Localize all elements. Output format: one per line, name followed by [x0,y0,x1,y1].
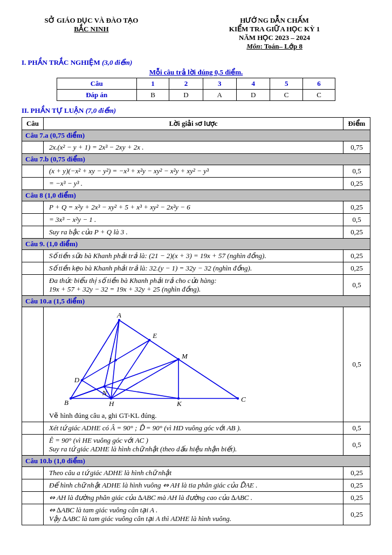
section-header-row: Câu 7.b (0,75 điểm) [22,154,370,165]
points-cell: 0,25 [343,226,370,239]
solution-row: = −x³ − y³ .0,25 [22,178,370,190]
solution-text: (x + y)(−x² + xy − y²) = −x³ + x²y − xy²… [44,165,343,178]
svg-point-22 [177,358,180,360]
solution-text: = −x³ − y³ . [44,178,343,190]
section-header-row: Câu 8 (1,0 điểm) [22,190,370,201]
svg-text:C: C [241,395,246,403]
section-header-cell: Câu 7.b (0,75 điểm) [22,154,370,165]
points-cell: 0,5 [343,275,370,296]
row-q-cell [22,422,44,435]
solution-row: Đa thức biểu thị số tiền bà Khanh phải t… [22,275,370,296]
section-header-cell: Câu 7.a (0,75 điểm) [22,130,370,141]
section2-title: II. PHẦN TỰ LUẬN [22,106,84,114]
solution-text: Đa thức biểu thị số tiền bà Khanh phải t… [44,275,343,296]
row-q-cell [22,262,44,275]
solution-text: Số tiền sữa bà Khanh phải trả là: (21 − … [44,250,343,262]
mc-ans-3: A [203,90,236,101]
title-line2: KIỂM TRA GIỮA HỌC KỲ 1 [178,25,370,33]
row-q-cell [22,504,44,525]
svg-line-13 [105,320,120,387]
solution-text: Theo câu a tứ giác ADHE là hình chữ nhật [44,467,343,479]
mc-col-5: 5 [270,78,302,90]
solution-row: Theo câu a tứ giác ADHE là hình chữ nhật… [22,467,370,479]
solution-row: Suy ra bậc của P + Q là 3 .0,25 [22,226,370,239]
solution-text: ⇔ AH là đường phân giác của ∆ABC mà AH l… [44,492,343,504]
org-line1: SỞ GIÁO DỤC VÀ ĐÀO TẠO [22,16,161,25]
mc-col-1: 1 [136,78,169,90]
subject-label: Môn [246,42,260,50]
section-header-row: Câu 10.b (1,0 điểm) [22,456,370,467]
solution-text: = 3x³ − x²y − 1 . [44,214,343,226]
svg-text:D: D [74,376,80,384]
row-q-cell [22,275,44,296]
solution-row: Số tiền sữa bà Khanh phải trả là: (21 − … [22,250,370,262]
solution-row: Xét tứ giác ADHE có Â = 90° ; D̂ = 90° (… [22,422,370,435]
points-cell: 0,75 [343,141,370,154]
points-cell: 0,25 [343,467,370,479]
section1-note: Mỗi câu trả lời đúng 0,5 điểm. [22,68,370,77]
org-line2: BẮC NINH [22,25,161,33]
subject-value: : Toán– Lớp 8 [260,42,302,50]
solution-text: Để hình chữ nhật ADHE là hình vuông ⇔ AH… [44,479,343,492]
svg-point-20 [114,359,116,361]
svg-text:I: I [109,356,112,364]
row-q-cell [22,201,44,214]
points-cell: 0,5 [343,435,370,456]
solution-row: Số tiền kẹo bà Khanh phải trả là: 32.(y … [22,262,370,275]
solution-text: Suy ra bậc của P + Q là 3 . [44,226,343,239]
section1-heading: I. PHẦN TRẮC NGHIỆM (3,0 điểm) [22,58,370,67]
geometry-row: ABCHDEIKMNVẽ hình đúng câu a, ghi GT-KL … [22,307,370,422]
geometry-cell: ABCHDEIKMNVẽ hình đúng câu a, ghi GT-KL … [44,307,343,422]
solution-row: Ê = 90° (vì HE vuông góc với AC )Suy ra … [22,435,370,456]
geometry-caption: Vẽ hình đúng câu a, ghi GT-KL đúng. [49,411,340,420]
multiple-choice-table: Câu 1 2 3 4 5 6 Đáp án B D A D C C [57,78,336,101]
row-q-cell [22,141,44,154]
svg-text:H: H [108,400,114,408]
row-q-cell [22,178,44,190]
section1-points: (3,0 điểm) [102,58,132,66]
header-right: HƯỚNG DẪN CHẤM KIỂM TRA GIỮA HỌC KỲ 1 NĂ… [178,16,370,51]
col-header-solution: Lời giải sơ lược [44,118,343,130]
solution-row: Để hình chữ nhật ADHE là hình vuông ⇔ AH… [22,479,370,492]
col-header-points: Điểm [343,118,370,130]
points-cell: 0,25 [343,250,370,262]
solution-row: ⇔ AH là đường phân giác của ∆ABC mà AH l… [22,492,370,504]
solution-text: ⇔ ∆ABC là tam giác vuông cân tại A .Vậy … [44,504,343,525]
svg-text:N: N [102,389,108,397]
header-left: SỞ GIÁO DỤC VÀ ĐÀO TẠO BẮC NINH [22,16,161,51]
svg-line-9 [111,360,178,399]
solution-row: = 3x³ − x²y − 1 .0,5 [22,214,370,226]
document-header: SỞ GIÁO DỤC VÀ ĐÀO TẠO BẮC NINH HƯỚNG DẪ… [22,16,370,51]
section-header-row: Câu 7.a (0,75 điểm) [22,130,370,141]
mc-ans-6: C [302,90,335,101]
points-cell: 0,5 [343,307,370,422]
solution-row: P + Q = x²y + 2x³ − xy² + 5 + x³ + xy² −… [22,201,370,214]
col-header-question: Câu [22,118,44,130]
mc-col-4: 4 [237,78,270,90]
svg-text:M: M [181,352,188,360]
section2-heading: II. PHẦN TỰ LUẬN (7,0 điểm) [22,106,370,115]
svg-point-18 [148,339,150,341]
row-q-cell [22,214,44,226]
mc-label-answer: Đáp án [57,90,136,101]
solution-table-header: Câu Lời giải sơ lược Điểm [22,118,370,130]
section-header-row: Câu 10.a (1,5 điểm) [22,296,370,307]
mc-col-3: 3 [203,78,236,90]
mc-ans-2: D [169,90,203,101]
svg-text:B: B [64,398,68,407]
mc-header-row: Câu 1 2 3 4 5 6 [57,78,335,90]
section-header-cell: Câu 10.b (1,0 điểm) [22,456,370,467]
svg-point-17 [81,379,83,381]
points-cell: 0,25 [343,492,370,504]
solution-text: 2x.(x² − y + 1) = 2x³ − 2xy + 2x . [44,141,343,154]
section-header-cell: Câu 10.a (1,5 điểm) [22,296,370,307]
mc-answer-row: Đáp án B D A D C C [57,90,335,101]
title-line1: HƯỚNG DẪN CHẤM [178,16,370,25]
svg-text:E: E [152,331,157,340]
section-header-cell: Câu 8 (1,0 điểm) [22,190,370,201]
mc-col-2: 2 [169,78,203,90]
section1-title: I. PHẦN TRẮC NGHIỆM [22,58,100,66]
points-cell: 0,25 [343,201,370,214]
points-cell: 0,5 [343,214,370,226]
svg-line-5 [111,340,149,398]
